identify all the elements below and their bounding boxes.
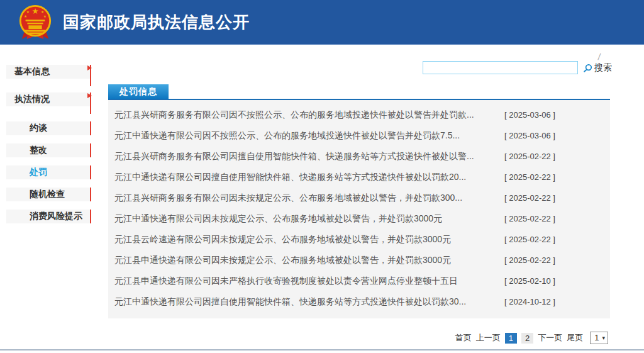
sidebar-item-6[interactable]: 消费风险提示 [6,210,91,223]
penalty-item-date: [ 2025-02-10 ] [504,276,610,286]
penalty-item-date: [ 2025-03-06 ] [504,131,610,140]
sidebar-item-label: 约谈 [30,123,47,134]
slash-decoration: / [597,52,608,60]
search-input[interactable] [423,61,578,74]
penalty-item-date: [ 2025-02-22 ] [504,172,610,182]
footer-divider [0,349,644,350]
penalty-item-date: [ 2025-03-06 ] [504,110,610,120]
pagination-page-2[interactable]: 2 [521,333,533,344]
sidebar-item-label: 执法情况 [14,94,50,105]
table-row: 元江县兴研商务服务有限公司因擅自使用智能快件箱、快递服务站等方式投递快件被处以警… [108,146,610,167]
tab-penalty-info[interactable]: 处罚信息 [108,84,169,99]
search-button-label: 搜索 [594,62,612,74]
search-icon [583,64,592,73]
table-row: 元江中通快递有限公司因不按照公示、公布的服务地域投递快件被处以警告并处罚款7.5… [108,125,610,146]
search-button[interactable]: 搜索 [583,62,612,74]
pagination-prev[interactable]: 上一页 [476,332,501,344]
penalty-item-date: [ 2025-02-22 ] [504,235,610,244]
page-select-dropdown[interactable]: 1 ▾ [590,332,608,344]
penalty-item-link[interactable]: 元江县兴研商务服务有限公司因未按规定公示、公布服务地域被处以警告，并处罚款300… [114,193,504,204]
penalty-item-link[interactable]: 元江中通快递有限公司因擅自使用智能快件箱、快递服务站等方式投递快件被处以罚款30… [114,296,504,308]
national-emblem-icon: ★ ★ ★ ★ ★ [17,4,53,40]
table-row: 元江县云岭速递有限公司因未按规定公示、公布服务地域被处以警告，并处罚款3000元… [108,229,610,250]
page-select-value: 1 [594,333,599,342]
penalty-item-date: [ 2025-02-22 ] [504,214,610,223]
penalty-item-link[interactable]: 元江县兴研商务服务有限公司因不按照公示、公布的服务地域投递快件被处以警告并处罚款… [114,109,504,121]
svg-text:★: ★ [43,14,47,18]
red-line-marker [90,65,91,86]
svg-text:★: ★ [26,10,30,14]
penalty-item-link[interactable]: 元江中通快递有限公司因不按照公示、公布的服务地域投递快件被处以警告并处罚款7.5… [114,130,504,142]
table-row: 元江县申通快递有限公司因未按规定公示、公布服务地域被处以警告，并处罚款3000元… [108,250,610,271]
svg-text:★: ★ [31,7,38,16]
pagination: 首页 上一页 12 下一页 尾页 1 ▾ [455,332,608,344]
sidebar-item-5[interactable]: 随机检查 [6,188,91,201]
sidebar-item-label: 随机检查 [30,189,65,200]
penalty-item-link[interactable]: 元江中通快递有限公司因未按规定公示、公布服务地域被处以警告，并处罚款3000元 [114,213,504,225]
red-line-marker [90,121,91,135]
site-header: ★ ★ ★ ★ ★ 国家邮政局执法信息公开 [0,0,644,45]
table-row: 元江中通快递有限公司因未按规定公示、公布服务地域被处以警告，并处罚款3000元[… [108,208,610,229]
sidebar-item-3[interactable]: 整改 [6,143,91,157]
penalty-item-link[interactable]: 元江县申通快递有限公司因未严格执行收寄验视制度被处以责令营业网点停业整顿十五日 [114,276,504,287]
table-row: 元江中通快递有限公司因擅自使用智能快件箱、快递服务站等方式投递快件被处以罚款20… [108,167,610,188]
penalty-item-link[interactable]: 元江中通快递有限公司因擅自使用智能快件箱、快递服务站等方式投递快件被处以罚款20… [114,172,504,183]
sidebar-item-label: 整改 [30,145,47,156]
pagination-next[interactable]: 下一页 [538,332,562,344]
pagination-first[interactable]: 首页 [455,332,472,344]
sidebar-item-4[interactable]: 处罚 [6,165,91,179]
red-line-marker [90,210,91,223]
penalty-list: 元江县兴研商务服务有限公司因不按照公示、公布的服务地域投递快件被处以警告并处罚款… [108,100,610,318]
svg-text:★: ★ [41,10,44,14]
sidebar-nav: 基本信息执法情况约谈整改处罚随机检查消费风险提示 [6,65,91,223]
table-row: 元江县申通快递有限公司因未严格执行收寄验视制度被处以责令营业网点停业整顿十五日[… [108,271,610,291]
page-title: 国家邮政局执法信息公开 [63,11,250,33]
red-line-marker [90,143,91,157]
penalty-item-date: [ 2025-02-22 ] [504,255,610,265]
sidebar-item-0[interactable]: 基本信息 [6,65,91,79]
pagination-page-1[interactable]: 1 [505,333,517,344]
penalty-item-date: [ 2025-02-22 ] [504,152,610,161]
table-row: 元江县兴研商务服务有限公司因未按规定公示、公布服务地域被处以警告，并处罚款300… [108,188,610,208]
chevron-down-icon: ▾ [602,335,605,341]
sidebar-item-label: 处罚 [30,167,47,178]
sidebar-item-label: 消费风险提示 [30,211,82,222]
red-line-marker [90,92,91,114]
sidebar-item-2[interactable]: 约谈 [6,121,91,135]
table-row: 元江县兴研商务服务有限公司因不按照公示、公布的服务地域投递快件被处以警告并处罚款… [108,104,610,125]
penalty-item-link[interactable]: 元江县兴研商务服务有限公司因擅自使用智能快件箱、快递服务站等方式投递快件被处以警… [114,151,504,162]
red-line-marker [90,188,91,201]
pagination-pages: 12 [505,333,533,344]
penalty-item-link[interactable]: 元江县云岭速递有限公司因未按规定公示、公布服务地域被处以警告，并处罚款3000元 [114,234,504,245]
table-row: 元江中通快递有限公司因擅自使用智能快件箱、快递服务站等方式投递快件被处以罚款30… [108,291,610,312]
penalty-item-date: [ 2025-02-22 ] [504,193,610,203]
svg-text:★: ★ [24,14,27,18]
sidebar-item-1[interactable]: 执法情况 [6,92,91,106]
pagination-last[interactable]: 尾页 [567,332,583,344]
sidebar-item-label: 基本信息 [14,66,50,77]
penalty-item-date: [ 2024-10-12 ] [504,297,610,306]
red-line-marker [90,165,91,179]
penalty-item-link[interactable]: 元江县申通快递有限公司因未按规定公示、公布服务地域被处以警告，并处罚款3000元 [114,255,504,266]
